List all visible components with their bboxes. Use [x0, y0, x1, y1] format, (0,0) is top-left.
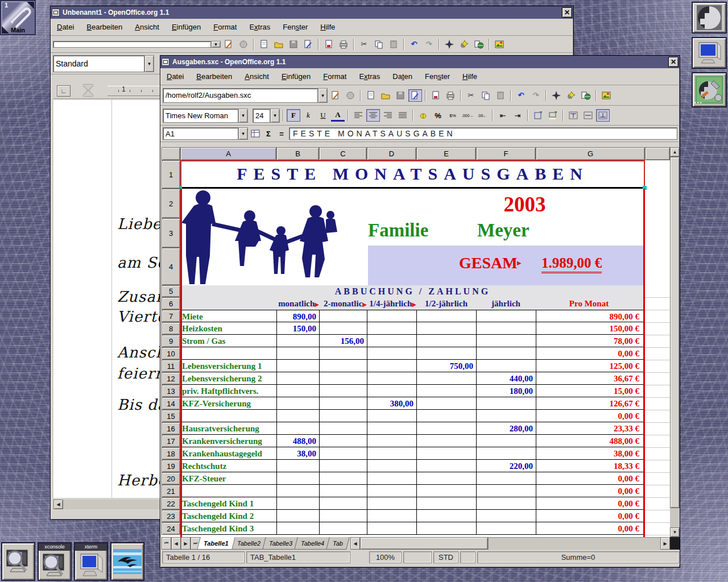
row-label-cell[interactable]: Strom / Gas [181, 335, 276, 347]
pro-monat-cell[interactable]: 15,00 € [536, 385, 641, 397]
value-cell-F[interactable]: 180,00 [476, 385, 535, 397]
row-label-cell[interactable]: Taschengeld Kind 3 [181, 523, 276, 534]
table-row[interactable]: Hausratversicherung280,0023,33 € [180, 422, 645, 435]
justify-icon[interactable] [396, 109, 410, 122]
vertical-scrollbar[interactable]: ▲ ▼ [670, 147, 680, 537]
empty-cells-region[interactable] [645, 285, 670, 537]
row-label-cell[interactable]: Miete [181, 311, 276, 322]
menu-daten[interactable]: Daten [386, 70, 419, 82]
edit-letter-icon[interactable] [329, 89, 342, 102]
edit-file-icon[interactable] [301, 38, 315, 51]
undo-icon[interactable]: ↶ [407, 38, 421, 51]
row-label-cell[interactable]: Lebensversicherung 2 [181, 373, 276, 384]
name-box-dropdown-icon[interactable]: ▾ [238, 127, 248, 140]
print-file-direct-icon[interactable] [429, 89, 442, 102]
row-header-21[interactable]: 21 [162, 485, 180, 497]
font-size-dropdown-icon[interactable]: ▾ [270, 109, 280, 123]
column-header-A[interactable]: A [180, 147, 276, 160]
font-color-button[interactable]: A [331, 109, 345, 122]
table-row[interactable]: 0,00 € [180, 347, 645, 360]
calc-hscroll-thumb[interactable] [360, 537, 488, 550]
pro-monat-cell[interactable]: 125,00 € [536, 360, 641, 372]
new-document-icon[interactable] [364, 89, 378, 102]
menu-einfügen[interactable]: Einfügen [166, 21, 207, 33]
table-row[interactable]: Strom / Gas156,0078,00 € [180, 335, 645, 347]
align-middle-icon[interactable] [581, 109, 595, 122]
print-icon[interactable] [337, 38, 350, 51]
align-top-icon[interactable] [566, 109, 580, 122]
row-header-20[interactable]: 20 [162, 472, 180, 485]
calc-close-icon[interactable]: ✕ [668, 57, 679, 67]
pro-monat-cell[interactable]: 0,00 € [536, 410, 641, 422]
indent-marker-bottom-icon[interactable] [83, 90, 93, 96]
next-sheet-icon[interactable]: ▶ [181, 537, 191, 550]
value-cell-B[interactable]: 488,00 [276, 435, 318, 447]
table-row[interactable]: 0,00 € [180, 410, 645, 422]
row-header-23[interactable]: 23 [162, 510, 180, 522]
pro-monat-cell[interactable]: 0,00 € [536, 485, 641, 497]
pro-monat-cell[interactable]: 18,33 € [536, 460, 641, 472]
paste-icon[interactable] [494, 89, 507, 102]
table-row[interactable]: Heizkosten150,00150,00 € [180, 322, 645, 335]
table-row[interactable]: Taschengeld Kind 10,00 € [180, 497, 645, 510]
cell-A1-title[interactable]: FESTE MONATSAUSGABEN [180, 160, 645, 189]
row-header-13[interactable]: 13 [162, 385, 180, 397]
font-name-dropdown-icon[interactable]: ▾ [238, 109, 248, 123]
menu-bearbeiten[interactable]: Bearbeiten [80, 21, 129, 33]
italic-button[interactable]: k [301, 109, 315, 122]
sheet-tab-Tabelle3[interactable]: Tabelle3 [262, 537, 299, 550]
table-row[interactable]: Krankenversicherung488,00488,00 € [180, 435, 645, 447]
row-label-cell[interactable] [181, 485, 276, 497]
row-label-cell[interactable]: Krankenhaustagegeld [181, 448, 276, 459]
menu-extras[interactable]: Extras [243, 21, 276, 33]
table-row[interactable]: priv. Haftpflichtvers.180,0015,00 € [180, 385, 645, 397]
row-header-6[interactable]: 6 [162, 297, 180, 310]
pro-monat-cell[interactable]: 0,00 € [536, 498, 641, 509]
row-header-24[interactable]: 24 [162, 522, 180, 535]
row-label-cell[interactable] [181, 348, 276, 359]
row-header-1[interactable]: 1 [162, 160, 180, 189]
value-cell-C[interactable]: 156,00 [319, 335, 366, 347]
tab-type-selector[interactable]: ∟ [57, 85, 71, 97]
hyperlink-icon[interactable] [579, 89, 593, 102]
row-header-15[interactable]: 15 [162, 410, 180, 422]
row-label-cell[interactable]: priv. Haftpflichtvers. [181, 385, 276, 397]
delete-decimal-icon[interactable]: .00← [475, 109, 489, 122]
scroll-left-icon[interactable]: ◀ [53, 500, 63, 509]
desktop-icon-moon-steps[interactable] [692, 2, 727, 34]
desktop-icon-tools[interactable]: ▪ ▪ ▪ [692, 72, 727, 107]
open-icon[interactable] [379, 89, 392, 102]
calc-hscroll-track[interactable] [488, 537, 660, 550]
value-cell-F[interactable]: 220,00 [476, 460, 535, 472]
align-center-icon[interactable] [366, 109, 380, 122]
row-label-cell[interactable]: Heizkosten [181, 323, 276, 334]
bold-button[interactable]: F [287, 109, 300, 122]
value-cell-B[interactable]: 890,00 [276, 311, 318, 322]
stop-icon[interactable] [237, 38, 250, 51]
percent-format-icon[interactable]: % [431, 109, 445, 122]
row-label-cell[interactable]: Taschengeld Kind 1 [181, 498, 276, 509]
menu-ansicht[interactable]: Ansicht [238, 70, 275, 82]
row-header-18[interactable]: 18 [162, 447, 180, 460]
background-color-icon[interactable] [546, 109, 560, 122]
print-file-direct-icon[interactable] [322, 38, 336, 51]
print-icon[interactable] [444, 89, 457, 102]
sheet-tab-Tabelle4[interactable]: Tabelle4 [294, 537, 331, 550]
stop-icon[interactable] [344, 89, 357, 102]
table-row[interactable]: KFZ-Versicherung380,00126,67 € [180, 397, 645, 410]
gallery-icon[interactable] [493, 38, 506, 51]
table-row[interactable]: Lebensversicherung 2440,0036,67 € [180, 372, 645, 385]
section-header-band[interactable]: ABBUCHUNG / ZAHLUNG [180, 285, 645, 297]
column-header-F[interactable]: F [476, 147, 536, 160]
sheet-tab-Tabelle1[interactable]: Tabelle1 [197, 537, 235, 550]
menu-einfügen[interactable]: Einfügen [275, 70, 317, 82]
row-header-4[interactable]: 4 [162, 248, 180, 285]
new-document-icon[interactable] [257, 38, 271, 51]
spreadsheet-area[interactable]: ABCDEFG FESTE MONATSAUSGABEN [162, 147, 680, 537]
row-header-3[interactable]: 3 [162, 218, 180, 248]
align-right-icon[interactable] [381, 109, 395, 122]
row-label-cell[interactable]: Hausratversicherung [181, 423, 276, 434]
menu-fenster[interactable]: Fenster [276, 21, 314, 33]
menu-hilfe[interactable]: Hilfe [314, 21, 341, 33]
pro-monat-cell[interactable]: 0,00 € [536, 473, 641, 484]
